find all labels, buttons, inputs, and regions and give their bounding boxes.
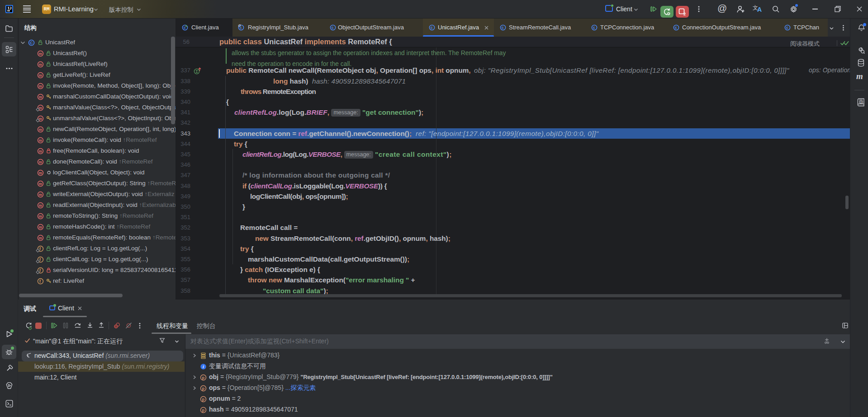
svg-text:m: m	[38, 62, 42, 67]
svg-text:m: m	[38, 138, 42, 143]
svg-text:c: c	[431, 25, 433, 30]
svg-text:m: m	[38, 214, 42, 219]
svg-text:m: m	[38, 73, 42, 78]
svg-text:m: m	[38, 182, 42, 186]
svg-text:c: c	[675, 25, 677, 30]
svg-text:c: c	[184, 25, 186, 30]
svg-text:m: m	[38, 236, 42, 240]
svg-text:f: f	[39, 279, 41, 284]
svg-text:m: m	[38, 171, 42, 175]
svg-text:c: c	[502, 25, 504, 30]
svg-text:m: m	[38, 52, 42, 56]
svg-text:m: m	[38, 84, 42, 89]
svg-text:p: p	[202, 397, 205, 402]
svg-text:c: c	[332, 25, 334, 30]
svg-text:p: p	[202, 386, 205, 391]
svg-text:m: m	[38, 95, 42, 99]
svg-text:m: m	[38, 203, 42, 208]
svg-text:C: C	[30, 41, 33, 45]
svg-text:m: m	[38, 149, 42, 154]
svg-text:c: c	[593, 25, 595, 30]
svg-text:i: i	[203, 364, 204, 369]
svg-text:m: m	[38, 160, 42, 164]
svg-text:p: p	[202, 375, 205, 380]
svg-text:c: c	[786, 25, 788, 30]
svg-text:m: m	[38, 225, 42, 230]
svg-text:m: m	[38, 127, 42, 132]
svg-text:m: m	[38, 192, 42, 197]
svg-text:p: p	[202, 408, 205, 412]
svg-text:2: 2	[683, 12, 686, 16]
